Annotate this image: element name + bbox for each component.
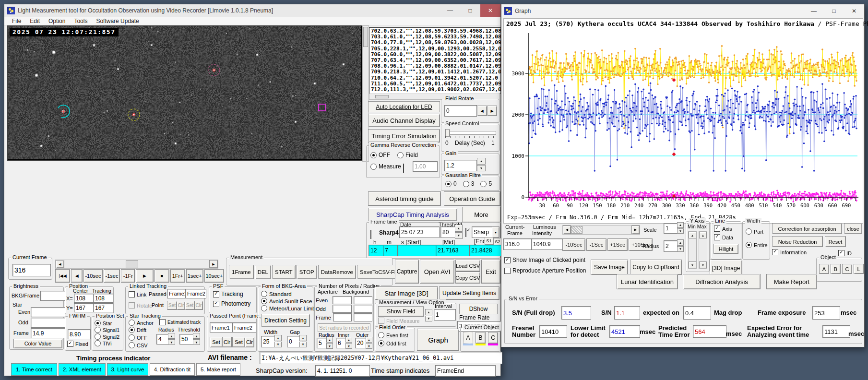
sharp-mode-checkbox[interactable] <box>465 228 466 237</box>
interval-input[interactable]: 1 <box>434 309 456 321</box>
position-set-star-radio[interactable]: Star <box>95 320 119 326</box>
asteroid-timing-guide-button[interactable]: Asteroid timing guide <box>368 191 441 206</box>
aperture-input[interactable] <box>333 313 352 321</box>
gc-minus10sec-button[interactable]: -10Sec <box>562 238 585 251</box>
timing-step-5[interactable]: 5. Make report <box>196 363 240 376</box>
playback-minus10sec-button[interactable]: -10sec <box>83 269 103 283</box>
menu-item-edit[interactable]: Edit <box>26 18 45 24</box>
drift-radio[interactable]: Drift <box>129 327 146 333</box>
gc-luminous-input[interactable]: 1040.9 <box>531 238 564 250</box>
sharp-mode-dropdown-icon[interactable]: ▼ <box>492 226 499 238</box>
field-order-even-first-radio[interactable]: Even first <box>378 332 408 338</box>
correction-absorption-button[interactable]: Correction for absorption <box>772 223 842 234</box>
s1-indicator[interactable]: S1 <box>485 237 493 245</box>
linked-set1-button[interactable]: Set <box>167 301 177 310</box>
show-image-checkbox[interactable]: Show Image of Clicked point <box>504 257 585 263</box>
menu-item-option[interactable]: Option <box>45 18 70 24</box>
audio-channel-display-button[interactable]: Audio Channel Display <box>368 114 440 127</box>
position-set-tivi-radio[interactable]: TIVi <box>95 340 119 346</box>
gc-ymin-scrollbar[interactable]: ▲▼ <box>688 231 697 269</box>
frame-brightness-input[interactable]: 14.9 <box>31 328 65 338</box>
timestamp-mode-value[interactable]: FrameEnd <box>435 365 496 377</box>
aperture-target-arc[interactable] <box>55 103 72 120</box>
gc-scale-spinner[interactable]: ▲▼ <box>677 222 684 234</box>
copy-csv-button[interactable]: Copy CSV <box>455 272 480 284</box>
inner-spinner[interactable]: ▲▼ <box>345 337 352 349</box>
gc-current-frame-input[interactable]: 316.0 <box>503 238 533 250</box>
sharp-checkbox[interactable] <box>370 230 371 239</box>
maximize-icon[interactable]: □ <box>460 4 480 17</box>
menu-item-software-update[interactable]: Software Update <box>92 18 143 24</box>
gc-scroll-right-icon[interactable]: ▶ <box>631 226 640 234</box>
minute-field[interactable]: 7 <box>383 245 399 256</box>
gamma-off-radio[interactable]: OFF <box>370 152 390 158</box>
current-object-c-button[interactable]: C <box>488 332 498 344</box>
playback-plus1sec-button[interactable]: 1sec+ <box>186 269 203 283</box>
gain-spinner[interactable]: ▲▼ <box>477 158 486 171</box>
graph-titlebar[interactable]: Graph — □ ✕ <box>501 4 864 18</box>
highlight-point[interactable] <box>672 152 676 156</box>
frame-scroll-thumb[interactable] <box>126 260 138 268</box>
background-input[interactable] <box>354 296 372 304</box>
estimated-track-checkbox[interactable]: Estimated track <box>159 319 201 325</box>
timing-step-3[interactable]: 3. Light curve <box>107 363 148 376</box>
minimize-icon[interactable]: — <box>440 4 460 17</box>
graph-minimize-icon[interactable]: — <box>804 4 824 18</box>
timing-error-simulation-button[interactable]: Timing Error Simulation <box>368 129 440 142</box>
gc-part-radio[interactable]: Part <box>746 228 763 235</box>
menu-item-tools[interactable]: Tools <box>70 18 92 24</box>
field-rotate-left-icon[interactable]: ◀ <box>477 106 487 116</box>
linked-frame2-box[interactable]: Frame2 <box>185 289 206 298</box>
save-image-button[interactable]: Save Image <box>591 260 628 275</box>
aperture-input[interactable] <box>333 305 351 313</box>
avi-filename-field[interactable]: I:¥A-えんぺい観測¥観測記録2025¥07-12月¥Kythera¥21_0… <box>260 352 502 364</box>
current-frame-input[interactable]: 316 <box>12 264 51 276</box>
field-rotate-right-icon[interactable]: ▶ <box>487 106 497 116</box>
passed-clr1-button[interactable]: Clr <box>222 337 232 347</box>
passed-set2-button[interactable]: Set <box>232 337 245 347</box>
mid-time-field[interactable]: 21.7163 <box>436 245 471 256</box>
passed-frame2-box[interactable]: Frame2 <box>232 322 256 332</box>
gc-entire-radio[interactable]: Entire <box>746 242 768 248</box>
measurement-dataremove-button[interactable]: DataRemove <box>318 265 356 279</box>
even-input[interactable] <box>31 307 65 317</box>
aperture-check-square[interactable] <box>319 104 325 111</box>
lunar-identification-button[interactable]: Lunar Identification <box>617 274 678 289</box>
capture-button[interactable]: Capture <box>395 260 419 284</box>
graph-maximize-icon[interactable]: □ <box>824 4 844 18</box>
end-time-field[interactable]: 21.8428 <box>469 245 504 256</box>
video-frame[interactable]: 2025 07 23 12:07:21:857 <box>7 25 362 161</box>
linked-clr1-button[interactable]: Clr <box>177 301 185 310</box>
more-button[interactable]: More <box>462 207 500 222</box>
measurement-del-button[interactable]: DEL <box>255 265 271 279</box>
hour-field[interactable]: 12 <box>369 245 385 256</box>
radius-spinner[interactable]: ▲▼ <box>326 337 333 349</box>
reproduce-aperture-checkbox[interactable]: Reproduce Aperture Position <box>504 267 586 274</box>
measurement-data-list[interactable]: 702.0,63.2,"",12,08,59.3703,59.4968,12,0… <box>369 27 501 94</box>
gc-radius-spinner[interactable]: ▲▼ <box>677 239 684 252</box>
current-object-b-button[interactable]: B <box>476 332 486 344</box>
measurement-start-button[interactable]: START <box>272 265 296 279</box>
bkg-width-spinner[interactable]: ▲▼ <box>274 335 282 347</box>
bkg-avoid-sunlit-face-radio[interactable]: Avoid Sunlit Face <box>261 298 316 304</box>
gc-plus1sec-button[interactable]: +1Sec <box>607 238 628 251</box>
interval-spinner[interactable]: ▲▼ <box>425 309 432 321</box>
odd-input[interactable] <box>31 318 65 328</box>
limovie-titlebar[interactable]: Light Measurement tool for Occultation O… <box>4 4 500 17</box>
frame-scroll-right-icon[interactable]: ▶ <box>209 260 218 268</box>
dshow-button[interactable]: DShow <box>459 304 498 314</box>
object-a-button[interactable]: A <box>819 264 829 274</box>
graph-button[interactable]: Graph <box>417 329 459 351</box>
frame-scrollbar[interactable]: ◀ ▶ <box>55 260 218 269</box>
copy-clipboard-button[interactable]: Copy to ClipBoard <box>630 260 682 275</box>
gc-data-checkbox[interactable]: Data <box>714 234 733 240</box>
psf-photometry-checkbox[interactable]: Photometry <box>213 300 250 307</box>
measurement-1frame-button[interactable]: 1Frame <box>229 265 254 279</box>
playback-stop-button[interactable]: ■ <box>155 269 169 283</box>
bkg-standard-radio[interactable]: Standard <box>261 291 316 297</box>
update-setting-items-button[interactable]: Update Setting Items <box>439 286 499 300</box>
gc-hilight-button[interactable]: Hilight <box>713 244 738 254</box>
gc-axis-checkbox[interactable]: Axis <box>714 226 732 232</box>
make-report-button[interactable]: Make Report <box>766 274 817 289</box>
bkg-gap-spinner[interactable]: ▲▼ <box>299 335 307 347</box>
